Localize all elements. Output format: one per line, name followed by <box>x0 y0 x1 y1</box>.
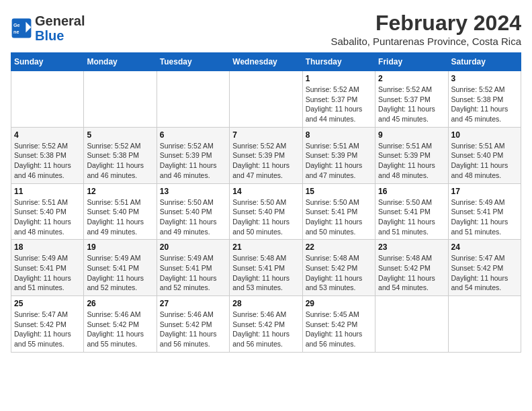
day-info: Sunrise: 5:49 AMSunset: 5:41 PMDaylight:… <box>160 253 226 293</box>
weekday-header: Saturday <box>448 53 521 71</box>
logo-icon: Ge ne <box>11 17 32 39</box>
day-number: 8 <box>306 130 372 140</box>
calendar-cell <box>448 296 521 353</box>
day-info: Sunrise: 5:46 AMSunset: 5:42 PMDaylight:… <box>232 310 299 349</box>
day-number: 1 <box>306 74 372 83</box>
calendar-week-row: 25Sunrise: 5:47 AMSunset: 5:42 PMDayligh… <box>11 296 521 353</box>
day-number: 7 <box>232 130 299 140</box>
day-number: 5 <box>87 130 153 140</box>
calendar-cell: 29Sunrise: 5:45 AMSunset: 5:42 PMDayligh… <box>302 296 375 353</box>
calendar-cell: 24Sunrise: 5:47 AMSunset: 5:42 PMDayligh… <box>448 240 521 296</box>
day-info: Sunrise: 5:52 AMSunset: 5:39 PMDaylight:… <box>160 141 226 181</box>
day-info: Sunrise: 5:51 AMSunset: 5:40 PMDaylight:… <box>451 141 518 181</box>
day-info: Sunrise: 5:47 AMSunset: 5:42 PMDaylight:… <box>451 253 518 293</box>
calendar-cell: 26Sunrise: 5:46 AMSunset: 5:42 PMDayligh… <box>84 296 157 353</box>
day-info: Sunrise: 5:48 AMSunset: 5:42 PMDaylight:… <box>378 253 445 293</box>
header: Ge ne General Blue February 2024 Sabalit… <box>11 11 521 47</box>
logo-text: General Blue <box>35 13 85 43</box>
calendar-cell: 28Sunrise: 5:46 AMSunset: 5:42 PMDayligh… <box>230 296 302 353</box>
calendar-cell: 7Sunrise: 5:52 AMSunset: 5:39 PMDaylight… <box>230 127 302 183</box>
calendar-cell <box>375 296 448 353</box>
subtitle: Sabalito, Puntarenas Province, Costa Ric… <box>331 36 521 47</box>
svg-text:Ge: Ge <box>13 22 20 28</box>
day-info: Sunrise: 5:46 AMSunset: 5:42 PMDaylight:… <box>160 310 226 349</box>
day-number: 16 <box>378 187 445 196</box>
day-number: 29 <box>306 299 372 308</box>
day-info: Sunrise: 5:51 AMSunset: 5:39 PMDaylight:… <box>306 141 372 181</box>
day-number: 23 <box>378 242 445 252</box>
day-number: 19 <box>87 242 153 252</box>
calendar-cell: 13Sunrise: 5:50 AMSunset: 5:40 PMDayligh… <box>157 183 229 240</box>
weekday-header: Friday <box>375 53 448 71</box>
day-info: Sunrise: 5:49 AMSunset: 5:41 PMDaylight:… <box>451 197 518 237</box>
calendar-cell: 3Sunrise: 5:52 AMSunset: 5:38 PMDaylight… <box>448 71 521 128</box>
calendar-cell: 16Sunrise: 5:50 AMSunset: 5:41 PMDayligh… <box>375 183 448 240</box>
day-info: Sunrise: 5:51 AMSunset: 5:40 PMDaylight:… <box>87 197 153 237</box>
day-info: Sunrise: 5:52 AMSunset: 5:38 PMDaylight:… <box>451 85 518 124</box>
weekday-header: Tuesday <box>157 53 229 71</box>
day-info: Sunrise: 5:49 AMSunset: 5:41 PMDaylight:… <box>87 253 153 293</box>
calendar-header-row: SundayMondayTuesdayWednesdayThursdayFrid… <box>11 53 521 71</box>
day-info: Sunrise: 5:48 AMSunset: 5:42 PMDaylight:… <box>306 253 372 293</box>
calendar-cell: 20Sunrise: 5:49 AMSunset: 5:41 PMDayligh… <box>157 240 229 296</box>
calendar-cell: 6Sunrise: 5:52 AMSunset: 5:39 PMDaylight… <box>157 127 229 183</box>
calendar-cell: 21Sunrise: 5:48 AMSunset: 5:41 PMDayligh… <box>230 240 302 296</box>
calendar-week-row: 11Sunrise: 5:51 AMSunset: 5:40 PMDayligh… <box>11 183 521 240</box>
day-info: Sunrise: 5:52 AMSunset: 5:38 PMDaylight:… <box>14 141 81 181</box>
calendar-cell: 1Sunrise: 5:52 AMSunset: 5:37 PMDaylight… <box>302 71 375 128</box>
day-info: Sunrise: 5:49 AMSunset: 5:41 PMDaylight:… <box>14 253 81 293</box>
day-number: 9 <box>378 130 445 140</box>
day-info: Sunrise: 5:47 AMSunset: 5:42 PMDaylight:… <box>14 310 81 349</box>
day-number: 22 <box>306 242 372 252</box>
calendar-cell <box>11 71 84 128</box>
day-info: Sunrise: 5:51 AMSunset: 5:40 PMDaylight:… <box>14 197 81 237</box>
day-number: 18 <box>14 242 81 252</box>
day-number: 24 <box>451 242 518 252</box>
day-number: 17 <box>451 187 518 196</box>
calendar-cell: 15Sunrise: 5:50 AMSunset: 5:41 PMDayligh… <box>302 183 375 240</box>
day-number: 10 <box>451 130 518 140</box>
day-info: Sunrise: 5:50 AMSunset: 5:40 PMDaylight:… <box>232 197 299 237</box>
calendar-cell <box>84 71 157 128</box>
day-number: 2 <box>378 74 445 83</box>
day-number: 15 <box>306 187 372 196</box>
calendar-table: SundayMondayTuesdayWednesdayThursdayFrid… <box>11 52 521 353</box>
calendar-cell: 14Sunrise: 5:50 AMSunset: 5:40 PMDayligh… <box>230 183 302 240</box>
title-area: February 2024 Sabalito, Puntarenas Provi… <box>331 11 521 47</box>
day-info: Sunrise: 5:52 AMSunset: 5:39 PMDaylight:… <box>232 141 299 181</box>
weekday-header: Monday <box>84 53 157 71</box>
calendar-week-row: 4Sunrise: 5:52 AMSunset: 5:38 PMDaylight… <box>11 127 521 183</box>
calendar-cell: 18Sunrise: 5:49 AMSunset: 5:41 PMDayligh… <box>11 240 84 296</box>
logo: Ge ne General Blue <box>11 13 85 43</box>
calendar-cell: 5Sunrise: 5:52 AMSunset: 5:38 PMDaylight… <box>84 127 157 183</box>
day-info: Sunrise: 5:50 AMSunset: 5:41 PMDaylight:… <box>378 197 445 237</box>
calendar-cell: 12Sunrise: 5:51 AMSunset: 5:40 PMDayligh… <box>84 183 157 240</box>
calendar-cell: 22Sunrise: 5:48 AMSunset: 5:42 PMDayligh… <box>302 240 375 296</box>
day-number: 6 <box>160 130 226 140</box>
calendar-week-row: 1Sunrise: 5:52 AMSunset: 5:37 PMDaylight… <box>11 71 521 128</box>
calendar-cell: 11Sunrise: 5:51 AMSunset: 5:40 PMDayligh… <box>11 183 84 240</box>
day-info: Sunrise: 5:48 AMSunset: 5:41 PMDaylight:… <box>232 253 299 293</box>
day-number: 27 <box>160 299 226 308</box>
calendar-cell: 23Sunrise: 5:48 AMSunset: 5:42 PMDayligh… <box>375 240 448 296</box>
calendar-cell <box>230 71 302 128</box>
day-number: 21 <box>232 242 299 252</box>
day-number: 28 <box>232 299 299 308</box>
day-number: 12 <box>87 187 153 196</box>
day-number: 20 <box>160 242 226 252</box>
svg-text:ne: ne <box>13 29 19 35</box>
calendar-cell: 4Sunrise: 5:52 AMSunset: 5:38 PMDaylight… <box>11 127 84 183</box>
calendar-cell: 2Sunrise: 5:52 AMSunset: 5:37 PMDaylight… <box>375 71 448 128</box>
day-number: 13 <box>160 187 226 196</box>
day-info: Sunrise: 5:46 AMSunset: 5:42 PMDaylight:… <box>87 310 153 349</box>
calendar-cell: 25Sunrise: 5:47 AMSunset: 5:42 PMDayligh… <box>11 296 84 353</box>
day-number: 14 <box>232 187 299 196</box>
day-info: Sunrise: 5:45 AMSunset: 5:42 PMDaylight:… <box>306 310 372 349</box>
day-number: 3 <box>451 74 518 83</box>
day-info: Sunrise: 5:50 AMSunset: 5:41 PMDaylight:… <box>306 197 372 237</box>
weekday-header: Sunday <box>11 53 84 71</box>
calendar-week-row: 18Sunrise: 5:49 AMSunset: 5:41 PMDayligh… <box>11 240 521 296</box>
weekday-header: Thursday <box>302 53 375 71</box>
calendar-body: 1Sunrise: 5:52 AMSunset: 5:37 PMDaylight… <box>11 71 521 353</box>
weekday-header: Wednesday <box>230 53 302 71</box>
